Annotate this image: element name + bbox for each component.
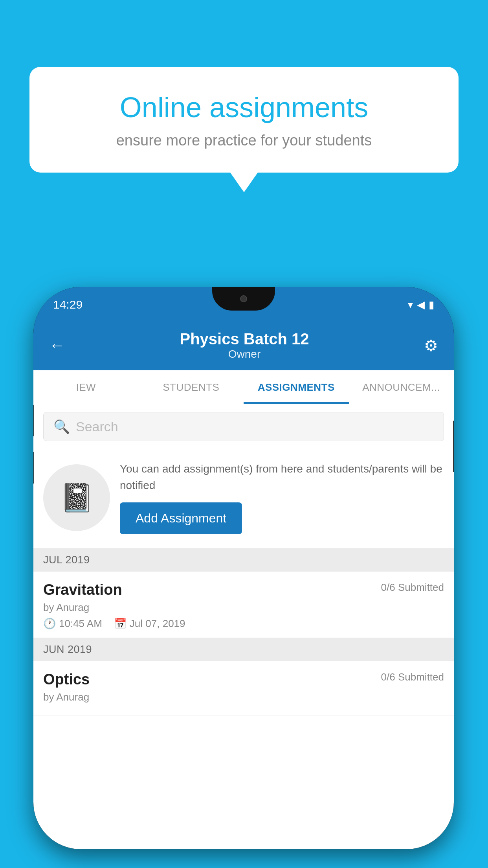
header-center: Physics Batch 12 Owner	[65, 330, 424, 360]
battery-icon: ▮	[429, 299, 434, 311]
assignment-time: 🕐 10:45 AM	[43, 618, 102, 630]
bubble-subtitle: ensure more practice for your students	[57, 132, 431, 149]
search-input[interactable]: Search	[76, 419, 118, 434]
notebook-icon: 📓	[60, 482, 94, 514]
volume-down-button	[33, 452, 34, 484]
power-button	[453, 421, 454, 472]
app-header: ← Physics Batch 12 Owner ⚙	[33, 322, 454, 370]
date-value: Jul 07, 2019	[130, 618, 185, 630]
bubble-pointer	[230, 173, 258, 192]
section-header-jun: JUN 2019	[33, 638, 454, 661]
tabs-bar: IEW STUDENTS ASSIGNMENTS ANNOUNCEM...	[33, 370, 454, 404]
batch-title: Physics Batch 12	[65, 330, 424, 348]
wifi-icon: ▾	[408, 299, 413, 311]
tab-iew[interactable]: IEW	[33, 370, 139, 404]
volume-up-button	[33, 405, 34, 436]
status-bar: 14:29 ▾ ◀ ▮	[33, 287, 454, 322]
assignment-row1-optics: Optics 0/6 Submitted	[43, 671, 444, 688]
clock-icon: 🕐	[43, 618, 56, 630]
promo-text: You can add assignment(s) from here and …	[120, 461, 444, 534]
status-time: 14:29	[53, 298, 83, 311]
search-icon: 🔍	[53, 419, 70, 434]
search-bar[interactable]: 🔍 Search	[43, 412, 444, 441]
assignment-name: Gravitation	[43, 581, 122, 598]
optics-name: Optics	[43, 671, 90, 688]
optics-author: by Anurag	[43, 691, 444, 703]
speech-bubble-section: Online assignments ensure more practice …	[29, 67, 459, 192]
assignment-icon-circle: 📓	[43, 464, 110, 531]
signal-icon: ◀	[417, 299, 425, 311]
add-assignment-button[interactable]: Add Assignment	[120, 502, 242, 534]
search-bar-section: 🔍 Search	[33, 404, 454, 449]
speech-bubble: Online assignments ensure more practice …	[29, 67, 459, 173]
calendar-icon: 📅	[114, 618, 127, 630]
time-value: 10:45 AM	[59, 618, 102, 630]
camera	[240, 295, 247, 302]
screen-content: 🔍 Search 📓 You can add assignment(s) fro…	[33, 404, 454, 849]
promo-card: 📓 You can add assignment(s) from here an…	[33, 449, 454, 548]
tab-assignments[interactable]: ASSIGNMENTS	[244, 370, 349, 404]
notch	[212, 287, 275, 311]
tab-announcements[interactable]: ANNOUNCEM...	[349, 370, 454, 404]
back-button[interactable]: ←	[49, 337, 65, 354]
bubble-title: Online assignments	[57, 90, 431, 124]
assignment-item-gravitation[interactable]: Gravitation 0/6 Submitted by Anurag 🕐 10…	[33, 572, 454, 638]
assignment-date: 📅 Jul 07, 2019	[114, 618, 185, 630]
assignment-author: by Anurag	[43, 601, 444, 614]
assignment-submitted: 0/6 Submitted	[381, 581, 444, 594]
batch-subtitle: Owner	[65, 348, 424, 360]
settings-icon[interactable]: ⚙	[424, 337, 438, 355]
status-icons: ▾ ◀ ▮	[408, 299, 434, 311]
assignment-row1: Gravitation 0/6 Submitted	[43, 581, 444, 598]
promo-description: You can add assignment(s) from here and …	[120, 461, 444, 494]
tab-students[interactable]: STUDENTS	[139, 370, 244, 404]
optics-submitted: 0/6 Submitted	[381, 671, 444, 683]
assignment-meta: 🕐 10:45 AM 📅 Jul 07, 2019	[43, 618, 444, 630]
phone-frame: 14:29 ▾ ◀ ▮ ← Physics Batch 12 Owner ⚙ I…	[33, 287, 454, 849]
section-header-jul: JUL 2019	[33, 548, 454, 572]
assignment-item-optics[interactable]: Optics 0/6 Submitted by Anurag	[33, 661, 454, 715]
